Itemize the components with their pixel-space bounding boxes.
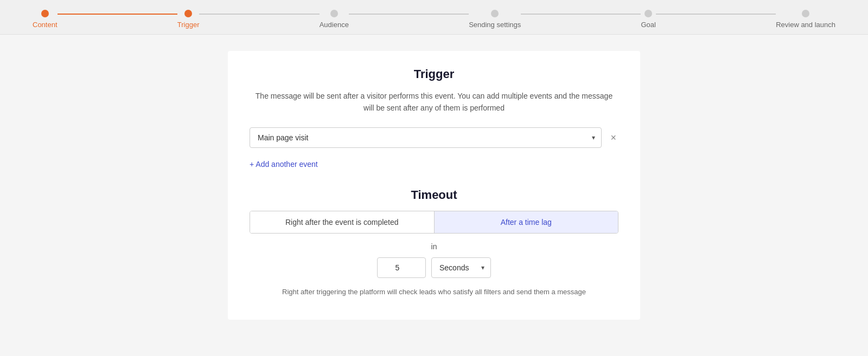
step-trigger[interactable]: Trigger xyxy=(177,10,200,29)
timeout-section: Timeout Right after the event is complet… xyxy=(250,188,618,298)
time-unit-select-wrapper: SecondsMinutesHoursDays ▾ xyxy=(431,257,491,278)
time-unit-select[interactable]: SecondsMinutesHoursDays xyxy=(431,257,491,278)
step-dot-sending xyxy=(491,10,499,17)
progress-line-2 xyxy=(199,14,319,15)
progress-line-4 xyxy=(521,14,641,15)
main-content: Trigger The message will be sent after a… xyxy=(228,51,640,320)
toggle-after-time-lag[interactable]: After a time lag xyxy=(435,211,618,233)
step-label-content: Content xyxy=(33,21,58,29)
step-audience[interactable]: Audience xyxy=(320,10,349,29)
trigger-title: Trigger xyxy=(250,67,618,81)
step-goal[interactable]: Goal xyxy=(641,10,655,29)
step-content[interactable]: Content xyxy=(33,10,58,29)
progress-steps: Content Trigger Audience Sending setting… xyxy=(33,10,835,29)
step-label-audience: Audience xyxy=(320,21,349,29)
timeout-toggle-group: Right after the event is completed After… xyxy=(250,211,618,234)
step-label-trigger: Trigger xyxy=(177,21,200,29)
step-dot-goal xyxy=(644,10,652,17)
toggle-right-after[interactable]: Right after the event is completed xyxy=(250,211,435,233)
step-dot-audience xyxy=(330,10,338,17)
event-row: Main page visit ▾ × xyxy=(250,127,618,148)
progress-line-3 xyxy=(349,14,469,15)
progress-line-1 xyxy=(58,14,177,15)
step-label-sending: Sending settings xyxy=(469,21,521,29)
trigger-description: The message will be sent after a visitor… xyxy=(250,90,618,114)
timeout-footer-note: Right after triggering the platform will… xyxy=(250,287,618,298)
step-sending-settings[interactable]: Sending settings xyxy=(469,10,521,29)
event-select[interactable]: Main page visit xyxy=(250,127,602,148)
time-input-row: SecondsMinutesHoursDays ▾ xyxy=(250,257,618,278)
add-event-button[interactable]: + Add another event xyxy=(250,157,318,172)
time-number-input[interactable] xyxy=(377,257,426,278)
step-review-launch[interactable]: Review and launch xyxy=(776,10,835,29)
step-dot-trigger xyxy=(184,10,192,17)
remove-event-button[interactable]: × xyxy=(608,131,618,145)
progress-header: Content Trigger Audience Sending setting… xyxy=(0,0,868,35)
event-select-wrapper: Main page visit ▾ xyxy=(250,127,602,148)
step-dot-review xyxy=(802,10,809,17)
timeout-title: Timeout xyxy=(250,188,618,202)
step-label-review: Review and launch xyxy=(776,21,835,29)
progress-line-5 xyxy=(656,14,776,15)
step-label-goal: Goal xyxy=(641,21,655,29)
in-label: in xyxy=(250,242,618,251)
step-dot-content xyxy=(41,10,49,17)
